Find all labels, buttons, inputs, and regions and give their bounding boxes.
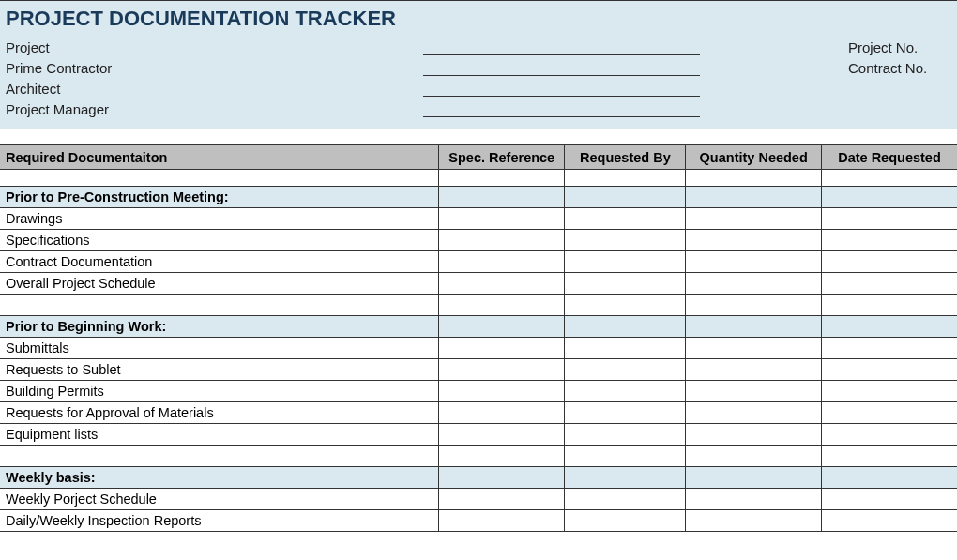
- cell-value[interactable]: [686, 208, 822, 230]
- cell-value: [821, 187, 957, 208]
- cell-value[interactable]: [686, 338, 822, 359]
- cell-value[interactable]: [821, 251, 957, 273]
- gap-row: [0, 170, 957, 187]
- cell-value[interactable]: [686, 510, 822, 532]
- cell-value[interactable]: [686, 381, 822, 402]
- info-row-project-manager: Project Manager: [6, 98, 951, 119]
- cell-doc: Daily/Weekly Inspection Reports: [0, 510, 439, 532]
- table-row: Equipment lists: [0, 424, 957, 446]
- cell-value: [565, 316, 686, 338]
- cell-value[interactable]: [439, 251, 565, 273]
- cell-doc: [0, 446, 439, 467]
- cell-value[interactable]: [821, 402, 957, 424]
- cell-value[interactable]: [821, 489, 957, 510]
- cell-value[interactable]: [565, 251, 686, 273]
- col-header-requested-by: Requested By: [565, 145, 686, 170]
- cell-value[interactable]: [439, 338, 565, 359]
- cell-value[interactable]: [565, 402, 686, 424]
- table-row: Daily/Weekly Inspection Reports: [0, 510, 957, 532]
- info-row-architect: Architect: [6, 78, 951, 98]
- cell-doc: Weekly basis:: [0, 467, 439, 489]
- cell-value: [821, 316, 957, 338]
- cell-doc: Requests for Approval of Materials: [0, 402, 439, 424]
- input-prime-contractor[interactable]: [423, 59, 700, 76]
- table-row: [0, 446, 957, 467]
- table-row: Contract Documentation: [0, 251, 957, 273]
- cell-value[interactable]: [821, 338, 957, 359]
- cell-value[interactable]: [821, 446, 957, 467]
- cell-value[interactable]: [686, 359, 822, 381]
- cell-value: [565, 467, 686, 489]
- cell-value[interactable]: [439, 424, 565, 446]
- cell-doc: Contract Documentation: [0, 251, 439, 273]
- input-architect[interactable]: [423, 80, 700, 97]
- cell-value[interactable]: [821, 510, 957, 532]
- cell-value[interactable]: [565, 424, 686, 446]
- label-contract-no: Contract No.: [848, 60, 951, 76]
- cell-value[interactable]: [686, 424, 822, 446]
- cell-value[interactable]: [821, 230, 957, 251]
- cell-doc: Overall Project Schedule: [0, 273, 439, 295]
- table-row: Specifications: [0, 230, 957, 251]
- cell-value[interactable]: [439, 230, 565, 251]
- cell-value[interactable]: [565, 359, 686, 381]
- cell-value[interactable]: [565, 230, 686, 251]
- input-project-manager[interactable]: [423, 100, 700, 117]
- cell-value[interactable]: [439, 273, 565, 295]
- cell-value[interactable]: [686, 230, 822, 251]
- label-architect: Architect: [6, 81, 423, 97]
- cell-doc: Submittals: [0, 338, 439, 359]
- header-section: PROJECT DOCUMENTATION TRACKER Project Pr…: [0, 0, 957, 129]
- cell-value[interactable]: [821, 359, 957, 381]
- cell-value[interactable]: [565, 208, 686, 230]
- table-row: Requests to Sublet: [0, 359, 957, 381]
- label-project: Project: [6, 39, 423, 55]
- cell-value[interactable]: [821, 208, 957, 230]
- cell-value[interactable]: [565, 510, 686, 532]
- table-row: Requests for Approval of Materials: [0, 402, 957, 424]
- section-header: Prior to Beginning Work:: [0, 316, 957, 338]
- cell-value[interactable]: [821, 273, 957, 295]
- cell-value[interactable]: [439, 359, 565, 381]
- cell-doc: Specifications: [0, 230, 439, 251]
- cell-value: [686, 187, 822, 208]
- cell-value[interactable]: [565, 489, 686, 510]
- spacer: [0, 129, 957, 144]
- cell-value[interactable]: [821, 424, 957, 446]
- cell-value[interactable]: [565, 273, 686, 295]
- cell-value[interactable]: [686, 295, 822, 316]
- cell-value[interactable]: [686, 251, 822, 273]
- cell-value[interactable]: [439, 295, 565, 316]
- cell-value[interactable]: [686, 446, 822, 467]
- cell-value[interactable]: [821, 381, 957, 402]
- input-project[interactable]: [423, 38, 700, 55]
- label-prime-contractor: Prime Contractor: [6, 60, 423, 76]
- cell-value[interactable]: [439, 381, 565, 402]
- cell-value[interactable]: [565, 446, 686, 467]
- cell-value: [686, 467, 822, 489]
- cell-value[interactable]: [686, 273, 822, 295]
- table-row: Submittals: [0, 338, 957, 359]
- cell-doc: Building Permits: [0, 381, 439, 402]
- cell-value[interactable]: [439, 402, 565, 424]
- table-row: Overall Project Schedule: [0, 273, 957, 295]
- cell-value[interactable]: [821, 295, 957, 316]
- cell-value[interactable]: [439, 510, 565, 532]
- label-project-manager: Project Manager: [6, 101, 423, 117]
- info-row-prime-contractor: Prime Contractor Contract No.: [6, 57, 951, 78]
- cell-doc: [0, 295, 439, 316]
- cell-value[interactable]: [439, 208, 565, 230]
- label-project-no: Project No.: [848, 39, 951, 55]
- cell-value[interactable]: [565, 381, 686, 402]
- cell-value[interactable]: [686, 402, 822, 424]
- cell-doc: Prior to Pre-Construction Meeting:: [0, 187, 439, 208]
- cell-value[interactable]: [439, 446, 565, 467]
- table-header-row: Required Documentaiton Spec. Reference R…: [0, 145, 957, 170]
- cell-value[interactable]: [686, 489, 822, 510]
- cell-doc: Weekly Porject Schedule: [0, 489, 439, 510]
- col-header-spec: Spec. Reference: [439, 145, 565, 170]
- cell-value[interactable]: [565, 295, 686, 316]
- cell-value[interactable]: [565, 338, 686, 359]
- table-row: Drawings: [0, 208, 957, 230]
- cell-value[interactable]: [439, 489, 565, 510]
